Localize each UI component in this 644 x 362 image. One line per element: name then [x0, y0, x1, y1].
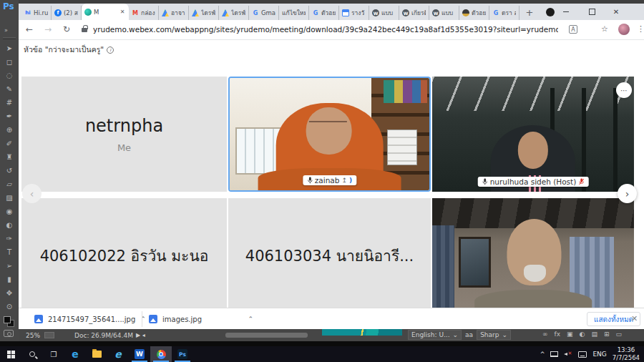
eraser-tool[interactable]: ▱ [1, 177, 17, 191]
browser-tab[interactable]: ตรา ส [489, 6, 519, 20]
download-item[interactable]: images.jpg ⌃ [149, 308, 253, 330]
browser-tab[interactable]: Hi.ru [21, 6, 52, 20]
clock[interactable]: 13:36 7/7/2564 [613, 346, 640, 361]
delete-layer-icon[interactable]: ▭ [615, 331, 622, 338]
browser-tab[interactable]: อาจา [159, 6, 189, 20]
maximize-button[interactable] [582, 4, 601, 19]
minimize-button[interactable] [557, 4, 575, 19]
internet-explorer-icon[interactable]: e [107, 346, 129, 362]
language-indicator[interactable]: ENG [592, 351, 606, 358]
browser-tab[interactable]: ไดรฟ์ [219, 6, 249, 20]
address-bar[interactable]: yrudemo.webex.com/webappng/sites/yrudemo… [93, 25, 558, 34]
document-size: Doc: 26.9M/64.4M [74, 332, 133, 339]
language-select[interactable]: English: U...⌄ [408, 330, 462, 340]
hand-tool[interactable]: ✥ [1, 286, 17, 300]
toolbar-expand-icon[interactable]: » [4, 27, 8, 34]
search-icon[interactable] [21, 346, 43, 362]
network-icon[interactable] [550, 351, 558, 357]
profile-badge[interactable] [546, 8, 555, 16]
path-select-tool[interactable]: ➢ [1, 259, 17, 273]
browser-tab[interactable]: (2) สา [52, 6, 82, 20]
browser-tab[interactable]: ตัวอย [309, 6, 339, 20]
type-tool[interactable]: T [1, 245, 17, 259]
brush-tool[interactable]: ✐ [1, 137, 17, 150]
layer-mask-icon[interactable]: ▣ [567, 331, 573, 338]
word-icon[interactable]: W [129, 346, 150, 362]
more-options-icon[interactable]: ⋯ [616, 82, 632, 98]
gradient-tool[interactable]: ▨ [1, 191, 17, 205]
downloads-close-icon[interactable]: ✕ [631, 314, 638, 323]
anti-alias-select[interactable]: Sharp⌄ [477, 330, 511, 340]
browser-tab[interactable]: แบบ [429, 6, 459, 20]
photoshop-icon[interactable]: Ps [172, 346, 193, 362]
volume-muted-icon[interactable]: ✕ [564, 351, 572, 358]
participant-tile-zainab[interactable]: zainab ↥ ) [228, 77, 431, 192]
reload-icon[interactable]: ↻ [63, 24, 70, 34]
dodge-tool[interactable]: ◐ [1, 218, 17, 232]
history-brush-tool[interactable]: ↺ [1, 164, 17, 177]
close-button[interactable] [607, 4, 625, 19]
layer-effects-icon[interactable]: fx [555, 331, 561, 338]
blur-tool[interactable]: ◉ [1, 205, 17, 218]
browser-tab[interactable]: เกียรติ [399, 6, 429, 20]
status-arrow-icon[interactable]: ▶ ◂ [136, 332, 145, 338]
browser-menu-icon[interactable]: ⋮ [637, 24, 644, 34]
bookmark-star-icon[interactable]: ☆ [601, 24, 608, 34]
browser-tab[interactable]: ตัวอย [459, 6, 489, 20]
tray-expand-icon[interactable]: ^ [540, 351, 545, 358]
previous-page-icon[interactable]: ‹ [22, 184, 42, 203]
quick-selection-tool[interactable]: ✎ [1, 82, 17, 96]
next-page-icon[interactable]: › [618, 184, 637, 203]
back-icon[interactable]: ← [26, 24, 33, 34]
participant-tile-student2[interactable]: 406103034 นายนิอารี... [228, 198, 431, 313]
download-item[interactable]: 214715497_35641....jpg ⌃ [34, 308, 142, 330]
eyedropper-tool[interactable]: ✒ [1, 109, 17, 123]
browser-tab[interactable]: กล่อง [129, 6, 159, 20]
zoom-level[interactable]: 25% [26, 332, 40, 339]
participant-tile-self[interactable]: netrnpha Me [21, 77, 227, 192]
video-participant [432, 198, 634, 313]
participant-tile-host[interactable]: nurulhuda sideh (Host) [432, 77, 634, 192]
clone-stamp-tool[interactable]: ♜ [1, 150, 17, 164]
browser-tab[interactable]: Gma [249, 6, 279, 20]
browser-tab[interactable]: ไดรฟ์ [189, 6, 219, 20]
browser-tab[interactable]: M [82, 4, 129, 20]
browser-tab[interactable]: รางวั [339, 6, 369, 20]
crop-tool[interactable]: # [1, 96, 17, 109]
tab-close-icon[interactable] [119, 9, 126, 16]
chrome-icon[interactable] [150, 346, 172, 362]
participant-tile-video3[interactable] [432, 198, 634, 313]
browser-tab[interactable]: แก้ไขใหม่ [279, 6, 309, 20]
shape-tool[interactable]: ▮ [1, 273, 17, 286]
marquee-tool[interactable]: ◻ [1, 55, 17, 69]
participant-tile-student1[interactable]: 406102022 อิรวัน มะนอ [21, 198, 227, 313]
new-layer-icon[interactable]: ⊞ [604, 331, 610, 338]
layer-group-icon[interactable]: ▤ [591, 331, 597, 338]
video-zainab [230, 78, 429, 190]
avatar[interactable] [618, 24, 630, 35]
touch-keyboard-icon[interactable] [578, 351, 587, 358]
file-explorer-icon[interactable] [86, 346, 107, 362]
adjustment-layer-icon[interactable]: ◐ [580, 331, 585, 338]
canvas-scrollbar[interactable] [225, 333, 308, 338]
lasso-tool[interactable]: ◌ [1, 69, 17, 82]
edge-icon[interactable]: e [64, 346, 86, 362]
task-view-icon[interactable]: ❐ [43, 346, 64, 362]
zoom-tool[interactable]: ⊙ [1, 300, 17, 313]
link-layers-icon[interactable]: ∞ [542, 331, 548, 338]
new-tab-button[interactable]: + [523, 6, 536, 19]
download-menu-icon[interactable]: ⌃ [248, 315, 253, 323]
canvas-peek [322, 329, 402, 336]
translate-icon[interactable]: A [569, 25, 577, 34]
info-icon[interactable]: i [107, 47, 114, 54]
browser-tab[interactable]: แบบ [369, 6, 399, 20]
color-swatches[interactable] [4, 316, 15, 328]
pen-tool[interactable]: ✑ [1, 232, 17, 245]
browser-window: Hi.ru (2) สา M กล่อง [19, 4, 644, 329]
start-button[interactable] [0, 346, 21, 362]
move-tool[interactable]: ➤ [1, 41, 17, 55]
quick-mask-icon[interactable] [4, 330, 14, 337]
healing-brush-tool[interactable]: ⊕ [1, 123, 17, 137]
lock-icon[interactable] [82, 28, 87, 32]
image-file-icon [149, 315, 157, 323]
